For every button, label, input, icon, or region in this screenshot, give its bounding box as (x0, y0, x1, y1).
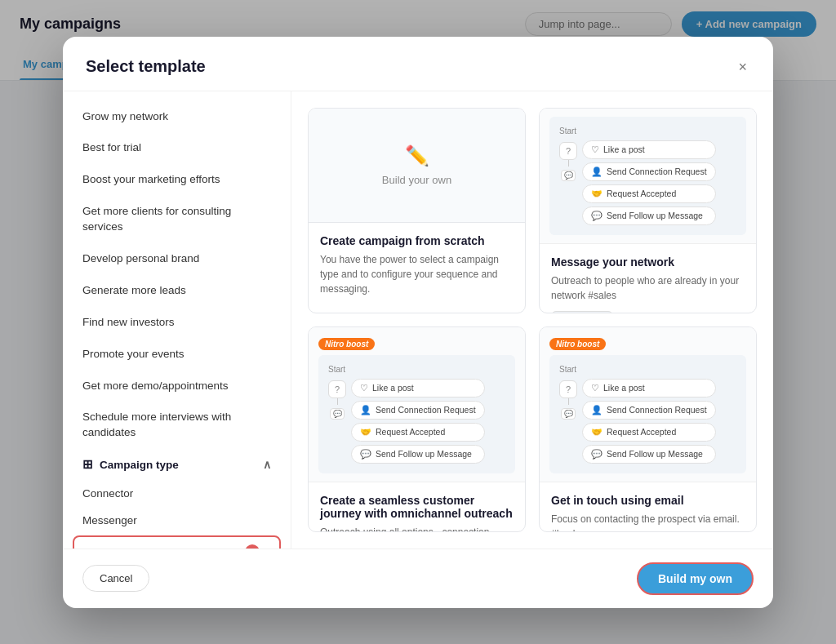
card-desc-message-network: Outreach to people who are already in yo… (551, 273, 745, 303)
flow-item-1: 👤 Send Connection Request (582, 162, 716, 181)
build-my-own-button[interactable]: Build my own (637, 562, 754, 595)
sidebar-item-interviews[interactable]: Schedule more interviews with candidates (63, 402, 291, 449)
sidebar-item-grow-network[interactable]: Grow my network (63, 101, 291, 133)
flow-item-email-0: ♡ Like a post (582, 379, 716, 398)
build-own-preview-text: Build your own (382, 174, 451, 186)
flow-question-mark: ? (559, 142, 577, 160)
sidebar-item-investors[interactable]: Find new investors (63, 307, 291, 339)
flow-person-icon: 👤 (591, 167, 603, 177)
flow-diagram-message-network: Start ? 💬 ♡ Like a (549, 117, 746, 235)
flow-item-email-label-0: Like a post (603, 383, 645, 393)
sidebar-item-boost-marketing[interactable]: Boost your marketing efforts (63, 164, 291, 196)
modal-header: Select template × (63, 37, 773, 91)
flow-item-omni-label-1: Send Connection Request (376, 405, 476, 415)
sidebar: Grow my network Best for trial Boost you… (63, 91, 291, 549)
flow-item-label-3: Send Follow up Message (607, 211, 703, 220)
card-content-scratch: Create campaign from scratch You have th… (309, 223, 525, 313)
close-button[interactable]: × (735, 56, 750, 78)
modal-footer: Cancel Build my own (63, 549, 773, 608)
flow-question-omni: ? (328, 380, 346, 398)
card-preview-scratch: ✏️ Build your own (309, 109, 525, 223)
card-preview-omnichannel: Nitro boost Start ? 💬 (309, 327, 525, 482)
flow-item-label-0: Like a post (603, 144, 645, 154)
card-content-omnichannel: Create a seamless customer journey with … (309, 482, 525, 532)
chevron-up-icon: ∧ (263, 458, 271, 471)
flow-start-label-omni: Start (328, 365, 505, 374)
flow-item-email-3: 💬 Send Follow up Message (582, 445, 716, 464)
flow-diagram-email: Start ? 💬 ♡ Like a (549, 355, 746, 473)
flow-item-omni-label-0: Like a post (372, 383, 414, 393)
flow-start-label-email: Start (559, 365, 736, 374)
flow-chat-omni: 💬 (330, 408, 345, 420)
flow-chat-icon: 💬 (561, 170, 576, 181)
flow-items-omni: ♡ Like a post 👤 Send Connection Request … (351, 379, 485, 464)
builder-badge[interactable]: ⊞ Builder (551, 311, 613, 313)
flow-chat-email: 💬 (561, 408, 576, 420)
template-card-email[interactable]: Nitro boost Start ? 💬 (539, 326, 757, 532)
flow-connector-email: ? 💬 ♡ Like a post (559, 379, 736, 464)
filter-messenger[interactable]: Messenger (63, 507, 291, 534)
flow-items-email: ♡ Like a post 👤 Send Connection Request … (582, 379, 716, 464)
flow-question-email: ? (559, 380, 577, 398)
cancel-button[interactable]: Cancel (82, 565, 149, 592)
nitro-badge-omnichannel: Nitro boost (318, 338, 375, 350)
template-card-scratch[interactable]: ✏️ Build your own Create campaign from s… (308, 108, 526, 313)
template-card-omnichannel[interactable]: Nitro boost Start ? 💬 (308, 326, 526, 532)
flow-connector-omni: ? 💬 ♡ Like a post (328, 379, 505, 464)
flow-item-email-1: 👤 Send Connection Request (582, 401, 716, 420)
sidebar-item-personal-brand[interactable]: Develop personal brand (63, 243, 291, 275)
flow-item-omni-label-3: Send Follow up Message (376, 449, 472, 459)
flow-item-omni-label-2: Request Accepted (376, 427, 445, 437)
flow-handshake-icon: 🤝 (591, 189, 603, 199)
sidebar-item-demo[interactable]: Get more demo/appointments (63, 371, 291, 402)
flow-start-label: Start (559, 127, 736, 135)
campaign-type-section[interactable]: ⊞ Campaign type ∧ (63, 449, 291, 480)
flow-item-0: ♡ Like a post (582, 140, 716, 159)
flow-heart-icon: ♡ (591, 144, 599, 155)
card-desc-omnichannel: Outreach using all options - connection … (320, 525, 514, 532)
flow-connector: ? 💬 ♡ Like a post (559, 140, 736, 225)
card-preview-message-network: Start ? 💬 ♡ Like a (540, 109, 756, 244)
flow-item-2: 🤝 Request Accepted (582, 184, 716, 203)
modal-title: Select template (86, 57, 206, 76)
flow-item-omni-1: 👤 Send Connection Request (351, 401, 485, 420)
flow-item-label-1: Send Connection Request (607, 167, 707, 176)
flow-item-email-label-2: Request Accepted (607, 427, 676, 437)
flow-item-email-label-1: Send Connection Request (607, 405, 707, 415)
modal-body: Grow my network Best for trial Boost you… (63, 91, 773, 549)
nitro-badge-email: Nitro boost (549, 338, 606, 350)
template-grid: ✏️ Build your own Create campaign from s… (291, 91, 773, 549)
card-title-omnichannel: Create a seamless customer journey with … (320, 494, 514, 520)
flow-item-omni-2: 🤝 Request Accepted (351, 423, 485, 442)
card-title-scratch: Create campaign from scratch (320, 234, 514, 247)
sidebar-item-best-trial[interactable]: Best for trial (63, 132, 291, 164)
flow-item-email-label-3: Send Follow up Message (607, 449, 703, 459)
card-desc-email: Focus on contacting the prospect via ema… (551, 512, 745, 532)
card-content-message-network: Message your network Outreach to people … (540, 244, 756, 313)
flow-item-label-2: Request Accepted (607, 189, 676, 198)
sidebar-item-consulting[interactable]: Get more clients for consulting services (63, 196, 291, 243)
card-desc-scratch: You have the power to select a campaign … (320, 252, 514, 296)
card-content-email: Get in touch using email Focus on contac… (540, 482, 756, 532)
sidebar-item-events[interactable]: Promote your events (63, 339, 291, 371)
flow-item-omni-3: 💬 Send Follow up Message (351, 445, 485, 464)
flow-items: ♡ Like a post 👤 Send Connection Request … (582, 140, 716, 225)
flow-diagram-omnichannel: Start ? 💬 ♡ Like a (318, 355, 515, 473)
pencil-icon: ✏️ (405, 144, 429, 167)
flow-item-email-2: 🤝 Request Accepted (582, 423, 716, 442)
template-card-message-network[interactable]: Start ? 💬 ♡ Like a (539, 108, 757, 313)
filter-connector[interactable]: Connector (63, 480, 291, 507)
sidebar-item-more-leads[interactable]: Generate more leads (63, 275, 291, 307)
modal-overlay: Select template × Grow my network Best f… (0, 0, 836, 644)
card-preview-email: Nitro boost Start ? 💬 (540, 327, 756, 482)
flow-message-icon: 💬 (591, 211, 603, 221)
flow-item-3: 💬 Send Follow up Message (582, 207, 716, 225)
select-template-modal: Select template × Grow my network Best f… (63, 37, 773, 608)
card-title-message-network: Message your network (551, 255, 745, 269)
card-title-email: Get in touch using email (551, 494, 745, 507)
campaign-type-icon: ⊞ (82, 457, 93, 472)
flow-item-omni-0: ♡ Like a post (351, 379, 485, 398)
filter-builder-selected[interactable]: Builder × (73, 535, 281, 548)
campaign-type-label: Campaign type (100, 459, 179, 471)
